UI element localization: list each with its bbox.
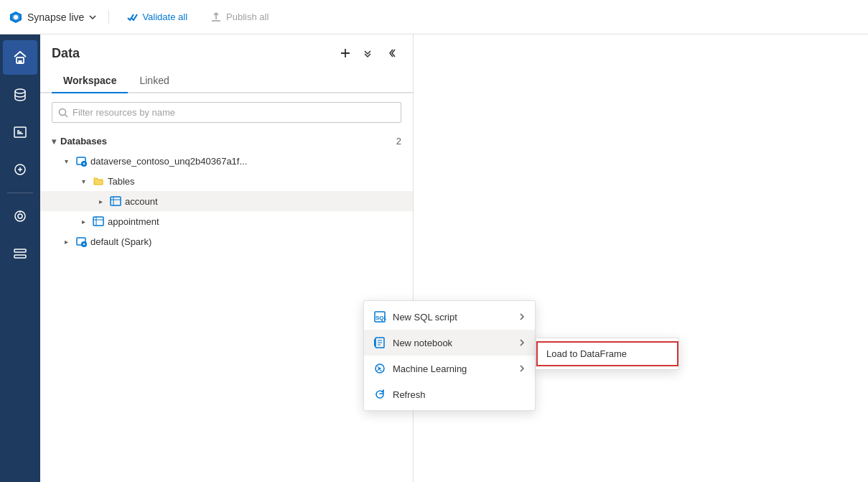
validate-all-button[interactable]: Validate all bbox=[121, 9, 193, 26]
svg-point-5 bbox=[15, 89, 25, 93]
chevron-down-icon bbox=[88, 13, 97, 22]
ml-item-left: Machine Learning bbox=[373, 361, 467, 376]
main-layout: Data bbox=[0, 34, 868, 482]
sidebar-item-monitor[interactable] bbox=[3, 199, 37, 233]
account-chevron: ▸ bbox=[95, 195, 106, 207]
svg-point-12 bbox=[18, 214, 22, 218]
tables-label: Tables bbox=[108, 176, 135, 187]
list-item[interactable]: ▸ appointment bbox=[40, 211, 413, 231]
more-options-button[interactable] bbox=[358, 43, 378, 63]
brand: Synapse live bbox=[9, 10, 97, 24]
svg-point-16 bbox=[60, 108, 66, 115]
panel-header: Data bbox=[40, 34, 413, 69]
sidebar-item-data[interactable] bbox=[3, 78, 37, 112]
brand-label: Synapse live bbox=[27, 11, 84, 23]
content-area bbox=[414, 34, 868, 482]
sql-label: New SQL script bbox=[393, 312, 457, 323]
search-container bbox=[40, 93, 413, 131]
dataverse-icon bbox=[75, 154, 88, 167]
refresh-label: Refresh bbox=[393, 389, 426, 400]
sidebar-icons bbox=[0, 34, 40, 482]
svg-rect-23 bbox=[93, 217, 103, 226]
submenu: Load to DataFrame bbox=[536, 338, 679, 370]
context-menu: SQL New SQL script bbox=[363, 300, 536, 411]
list-item[interactable]: ▸ default (Spark) bbox=[40, 231, 413, 251]
validate-label: Validate all bbox=[142, 11, 187, 22]
context-menu-item-ml[interactable]: Machine Learning bbox=[364, 356, 535, 381]
svg-line-17 bbox=[65, 114, 68, 117]
svg-point-36 bbox=[379, 368, 381, 370]
svg-text:SQL: SQL bbox=[375, 315, 386, 321]
default-spark-label: default (Spark) bbox=[90, 236, 151, 247]
plus-icon bbox=[340, 47, 351, 59]
svg-rect-34 bbox=[374, 339, 375, 346]
panel-actions bbox=[335, 43, 401, 63]
topbar: Synapse live Validate all Publish all bbox=[0, 0, 868, 34]
svg-rect-15 bbox=[14, 255, 26, 258]
svg-point-2 bbox=[14, 15, 18, 19]
list-item[interactable]: ▸ account bbox=[40, 191, 413, 211]
appointment-chevron: ▸ bbox=[78, 215, 89, 227]
refresh-icon bbox=[373, 387, 387, 402]
sql-item-left: SQL New SQL script bbox=[373, 310, 457, 324]
sidebar-divider bbox=[7, 193, 33, 193]
sidebar-item-integrate[interactable] bbox=[3, 152, 37, 187]
tree-container: ▾ Databases 2 ▾ dataverse_contoso_unq2b4… bbox=[40, 131, 413, 482]
add-button[interactable] bbox=[335, 43, 355, 63]
chevrons-icon bbox=[363, 47, 374, 59]
data-panel: Data bbox=[40, 34, 414, 482]
svg-rect-14 bbox=[14, 249, 26, 252]
context-menu-item-sql[interactable]: SQL New SQL script bbox=[364, 304, 535, 330]
submenu-item-dataframe[interactable]: Load to DataFrame bbox=[536, 341, 678, 366]
databases-section-header[interactable]: ▾ Databases 2 bbox=[40, 131, 413, 151]
context-menu-item-refresh[interactable]: Refresh bbox=[364, 381, 535, 407]
synapse-icon bbox=[9, 10, 23, 24]
validate-icon bbox=[126, 11, 138, 23]
databases-chevron: ▾ bbox=[52, 136, 56, 147]
sidebar-item-develop[interactable] bbox=[3, 115, 37, 149]
chevron-right-icon bbox=[518, 364, 526, 373]
refresh-item-left: Refresh bbox=[373, 387, 426, 402]
list-item[interactable]: ▾ dataverse_contoso_unq2b40367a1f... bbox=[40, 151, 413, 171]
publish-all-button[interactable]: Publish all bbox=[205, 9, 274, 26]
publish-icon bbox=[210, 11, 222, 23]
search-box bbox=[52, 102, 401, 123]
table-icon bbox=[109, 195, 122, 208]
tab-linked[interactable]: Linked bbox=[128, 69, 180, 93]
ml-icon bbox=[373, 361, 387, 376]
sidebar-item-home[interactable] bbox=[3, 40, 37, 75]
chevron-right-icon bbox=[518, 312, 526, 321]
svg-rect-20 bbox=[111, 197, 121, 205]
svg-rect-4 bbox=[19, 60, 22, 63]
default-chevron: ▸ bbox=[60, 236, 72, 247]
publish-label: Publish all bbox=[226, 11, 269, 22]
table-icon bbox=[92, 215, 105, 228]
list-item[interactable]: ▾ Tables bbox=[40, 171, 413, 191]
folder-icon bbox=[92, 175, 105, 187]
tab-workspace[interactable]: Workspace bbox=[52, 69, 128, 93]
panel-title: Data bbox=[52, 46, 80, 61]
notebook-item-left: New notebook bbox=[373, 335, 452, 350]
context-menu-item-notebook[interactable]: New notebook bbox=[364, 330, 535, 356]
load-dataframe-label: Load to DataFrame bbox=[546, 348, 627, 359]
sidebar-item-manage[interactable] bbox=[3, 236, 37, 271]
svg-point-11 bbox=[15, 211, 25, 221]
dataverse-chevron: ▾ bbox=[60, 155, 72, 167]
notebook-icon bbox=[373, 335, 387, 350]
dataverse-label: dataverse_contoso_unq2b40367a1f... bbox=[90, 156, 247, 167]
collapse-button[interactable] bbox=[381, 43, 401, 63]
appointment-label: appointment bbox=[108, 216, 159, 227]
topbar-divider bbox=[108, 10, 109, 24]
search-icon bbox=[58, 108, 68, 118]
account-label: account bbox=[125, 196, 158, 207]
double-chevron-icon bbox=[386, 47, 397, 59]
databases-count: 2 bbox=[396, 136, 401, 147]
ml-label: Machine Learning bbox=[393, 363, 467, 374]
spark-icon bbox=[75, 235, 88, 248]
search-input[interactable] bbox=[73, 107, 395, 118]
notebook-label: New notebook bbox=[393, 338, 452, 348]
tables-chevron: ▾ bbox=[78, 175, 89, 187]
sql-icon: SQL bbox=[373, 310, 387, 324]
tabs: Workspace Linked bbox=[40, 69, 413, 93]
databases-label: Databases bbox=[60, 136, 107, 147]
